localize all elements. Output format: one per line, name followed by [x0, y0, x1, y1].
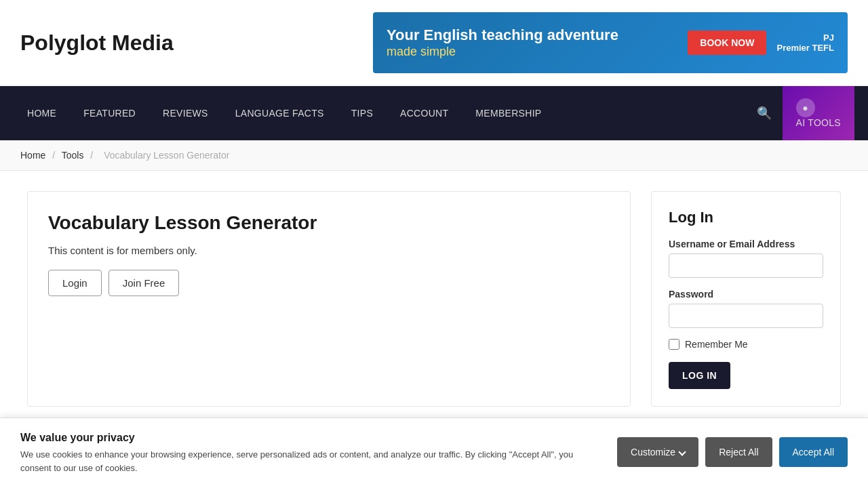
remember-label: Remember Me [685, 339, 748, 350]
login-panel: Log In Username or Email Address Passwor… [651, 191, 841, 407]
remember-checkbox[interactable] [669, 339, 679, 350]
ai-tools-label: AI TOOLS [796, 117, 841, 128]
breadcrumb-home[interactable]: Home [20, 150, 45, 161]
nav-featured[interactable]: FEATURED [70, 96, 149, 131]
username-label: Username or Email Address [669, 239, 823, 249]
breadcrumb: Home / Tools / Vocabulary Lesson Generat… [20, 150, 848, 161]
banner-logo: PJ Premier TEFL [776, 33, 834, 53]
nav-language-facts[interactable]: LANGUAGE FACTS [222, 96, 338, 131]
banner-sub-text: made simple [387, 45, 688, 59]
ai-tools-button[interactable]: ● AI TOOLS [783, 86, 854, 140]
breadcrumb-tools[interactable]: Tools [62, 150, 84, 161]
search-button[interactable]: 🔍 [746, 99, 783, 127]
nav-home[interactable]: HOME [14, 96, 70, 131]
nav-membership[interactable]: MEMBERSHIP [462, 96, 555, 131]
main-panel: Vocabulary Lesson Generator This content… [27, 191, 631, 407]
login-button[interactable]: Login [48, 270, 102, 296]
search-icon: 🔍 [757, 106, 772, 120]
content-wrapper: Vocabulary Lesson Generator This content… [7, 171, 861, 427]
password-input[interactable] [669, 304, 823, 328]
username-input[interactable] [669, 253, 823, 278]
cookie-banner: We value your privacy We use cookies to … [0, 418, 868, 427]
breadcrumb-sep2: / [90, 150, 93, 161]
main-nav: HOME FEATURED REVIEWS LANGUAGE FACTS TIP… [0, 86, 868, 140]
site-logo[interactable]: Polyglot Media [20, 30, 174, 56]
site-header: Polyglot Media Your English teaching adv… [0, 0, 868, 86]
remember-me-group: Remember Me [669, 339, 823, 350]
breadcrumb-sep1: / [52, 150, 55, 161]
breadcrumb-bar: Home / Tools / Vocabulary Lesson Generat… [0, 140, 868, 171]
banner-ad: Your English teaching adventure made sim… [373, 12, 848, 73]
members-only-text: This content is for members only. [48, 245, 610, 256]
nav-account[interactable]: ACCOUNT [387, 96, 462, 131]
nav-reviews[interactable]: REVIEWS [149, 96, 222, 131]
ai-tools-icon: ● [796, 98, 815, 117]
breadcrumb-current: Vocabulary Lesson Generator [104, 150, 229, 161]
banner-main-text: Your English teaching adventure [387, 26, 688, 44]
login-title: Log In [669, 209, 823, 226]
page-title: Vocabulary Lesson Generator [48, 212, 610, 234]
auth-buttons: Login Join Free [48, 270, 610, 296]
banner-text: Your English teaching adventure made sim… [387, 26, 688, 58]
log-in-submit[interactable]: LOG IN [669, 362, 730, 389]
nav-tips[interactable]: TIPS [338, 96, 387, 131]
banner-book-button[interactable]: BOOK NOW [688, 30, 766, 55]
password-label: Password [669, 289, 823, 300]
join-button[interactable]: Join Free [108, 270, 180, 296]
